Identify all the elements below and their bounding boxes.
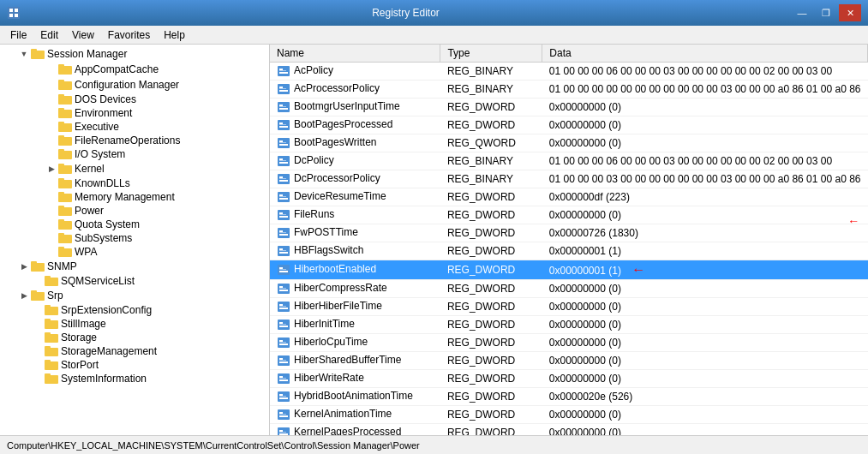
registry-value-icon <box>277 263 290 277</box>
tree-label-kernel: Kernel <box>75 163 105 175</box>
svg-rect-107 <box>279 308 288 309</box>
tree-item-stor-port[interactable]: StorPort <box>0 358 269 372</box>
tree-item-quota-system[interactable]: Quota System <box>0 218 269 231</box>
expander-session-manager[interactable]: ▼ <box>17 47 31 61</box>
minimize-button[interactable]: — <box>791 4 813 21</box>
table-row[interactable]: FileRunsREG_DWORD0x00000000 (0) <box>270 206 868 224</box>
table-row[interactable]: KernelAnimationTimeREG_DWORD0x00000000 (… <box>270 406 868 424</box>
tree-label-sqm-service-list: SQMServiceList <box>61 275 135 287</box>
menu-help[interactable]: Help <box>157 27 192 43</box>
table-row[interactable]: BootPagesProcessedREG_DWORD0x00000000 (0… <box>270 116 868 134</box>
svg-rect-71 <box>279 144 288 146</box>
table-row[interactable]: HiberCompressRateREG_DWORD0x00000000 (0) <box>270 280 868 298</box>
table-row[interactable]: HiberbootEnabledREG_DWORD0x00000001 (1) … <box>270 260 868 280</box>
tree-item-system-information[interactable]: SystemInformation <box>0 372 269 385</box>
svg-rect-40 <box>31 290 37 294</box>
registry-data-cell: 0x0000020e (526) <box>542 388 868 406</box>
registry-name-cell: HBFlagsSwitch <box>270 242 440 260</box>
registry-data-cell: 01 00 00 00 03 00 00 00 00 00 00 00 03 0… <box>542 170 868 188</box>
column-header-type: Type <box>440 45 542 63</box>
tree-item-storage[interactable]: Storage <box>0 331 269 344</box>
tree-item-io-system[interactable]: I/O System <box>0 147 269 161</box>
tree-item-filerename-operations[interactable]: FileRenameOperations <box>0 134 269 147</box>
tree-item-dos-devices[interactable]: DOS Devices <box>0 93 269 106</box>
tree-item-sqm-service-list[interactable]: SQMServiceList <box>0 274 269 288</box>
tree-item-executive[interactable]: Executive <box>0 120 269 134</box>
tree-item-appcompat-cache[interactable]: AppCompatCache <box>0 62 269 77</box>
tree-item-session-manager[interactable]: ▼ Session Manager <box>0 46 269 62</box>
registry-data-cell: 0x00000001 (1) ← <box>542 260 868 280</box>
table-row[interactable]: FwPOSTTimeREG_DWORD0x00000726 (1830) <box>270 224 868 242</box>
svg-rect-75 <box>279 162 288 164</box>
tree-label-session-manager: Session Manager <box>47 48 127 60</box>
tree-item-subsystems[interactable]: SubSystems <box>0 231 269 245</box>
table-row[interactable]: BootPagesWrittenREG_QWORD0x00000000 (0) <box>270 134 868 152</box>
expander-srp[interactable]: ▶ <box>17 289 31 302</box>
svg-rect-38 <box>45 276 51 279</box>
tree-label-appcompat-cache: AppCompatCache <box>75 63 159 75</box>
tree-item-known-dlls[interactable]: KnownDLLs <box>0 176 269 190</box>
table-row[interactable]: KernelPagesProcessedREG_DWORD0x00000000 … <box>270 424 868 436</box>
svg-rect-72 <box>279 142 286 143</box>
folder-icon-wpa <box>58 246 72 258</box>
table-row[interactable]: HiberInitTimeREG_DWORD0x00000000 (0) <box>270 316 868 334</box>
tree-item-kernel[interactable]: ▶ Kernel <box>0 161 269 176</box>
tree-label-filerename-operations: FileRenameOperations <box>75 134 180 146</box>
tree-item-snmp[interactable]: ▶ SNMP <box>0 259 269 274</box>
table-row[interactable]: BootmgrUserInputTimeREG_DWORD0x00000000 … <box>270 99 868 116</box>
folder-icon-executive <box>58 121 72 133</box>
folder-icon-still-image <box>45 318 58 330</box>
registry-type-cell: REG_DWORD <box>440 260 542 280</box>
svg-rect-54 <box>279 69 283 70</box>
tree-item-memory-management[interactable]: Memory Management <box>0 190 269 204</box>
table-row[interactable]: DeviceResumeTimeREG_DWORD0x000000df (223… <box>270 188 868 206</box>
close-button[interactable]: ✕ <box>839 4 861 21</box>
table-row[interactable]: HiberHiberFileTimeREG_DWORD0x00000000 (0… <box>270 298 868 316</box>
registry-value-icon <box>277 226 290 240</box>
tree-item-srp[interactable]: ▶ Srp <box>0 288 269 303</box>
registry-value-icon <box>277 300 290 314</box>
tree-label-subsystems: SubSystems <box>75 232 132 244</box>
table-row[interactable]: HiberSharedBufferTimeREG_DWORD0x00000000… <box>270 352 868 370</box>
expander-snmp[interactable]: ▶ <box>17 260 31 273</box>
svg-rect-4 <box>15 14 18 17</box>
table-row[interactable]: DcPolicyREG_BINARY01 00 00 00 06 00 00 0… <box>270 152 868 170</box>
table-row[interactable]: HiberloCpuTimeREG_DWORD0x00000000 (0) <box>270 334 868 352</box>
registry-data-cell: 01 00 00 00 00 00 00 00 00 00 00 00 03 0… <box>542 81 868 99</box>
tree-item-srp-extension-config[interactable]: SrpExtensionConfig <box>0 303 269 317</box>
registry-type-cell: REG_DWORD <box>440 316 542 334</box>
tree-item-environment[interactable]: Environment <box>0 106 269 120</box>
menu-edit[interactable]: Edit <box>33 27 65 43</box>
svg-rect-66 <box>279 122 283 124</box>
menu-file[interactable]: File <box>3 27 33 43</box>
svg-rect-68 <box>279 124 286 125</box>
registry-name-cell: HiberloCpuTime <box>270 334 440 352</box>
table-row[interactable]: HiberWriteRateREG_DWORD0x00000000 (0) <box>270 370 868 388</box>
tree-item-storage-management[interactable]: StorageManagement <box>0 344 269 358</box>
restore-button[interactable]: ❐ <box>815 4 837 21</box>
registry-data-cell: 0x00000001 (1) <box>542 242 868 260</box>
tree-item-power[interactable]: Power <box>0 204 269 218</box>
tree-label-executive: Executive <box>75 121 119 133</box>
registry-type-cell: REG_BINARY <box>440 170 542 188</box>
table-row[interactable]: AcPolicyREG_BINARY01 00 00 00 06 00 00 0… <box>270 63 868 81</box>
menu-favorites[interactable]: Favorites <box>101 27 157 43</box>
svg-rect-63 <box>279 108 288 110</box>
folder-icon-memory-management <box>58 191 72 203</box>
table-row[interactable]: AcProcessorPolicyREG_BINARY01 00 00 00 0… <box>270 81 868 99</box>
svg-rect-84 <box>279 196 286 197</box>
menu-view[interactable]: View <box>65 27 101 43</box>
tree-item-wpa[interactable]: WPA <box>0 245 269 259</box>
svg-rect-8 <box>58 64 64 68</box>
registry-name-cell: KernelPagesProcessed <box>270 424 440 436</box>
table-row[interactable]: HBFlagsSwitchREG_DWORD0x00000001 (1) <box>270 242 868 260</box>
expander-kernel[interactable]: ▶ <box>45 162 58 176</box>
svg-rect-127 <box>279 397 288 399</box>
tree-label-srp-extension-config: SrpExtensionConfig <box>61 304 152 316</box>
registry-data-cell: 0x000000df (223) <box>542 188 868 206</box>
tree-item-still-image[interactable]: StillImage <box>0 317 269 331</box>
table-row[interactable]: DcProcessorPolicyREG_BINARY01 00 00 00 0… <box>270 170 868 188</box>
registry-value-icon <box>277 354 290 367</box>
tree-item-configuration-manager[interactable]: Configuration Manager <box>0 77 269 93</box>
table-row[interactable]: HybridBootAnimationTimeREG_DWORD0x000002… <box>270 388 868 406</box>
